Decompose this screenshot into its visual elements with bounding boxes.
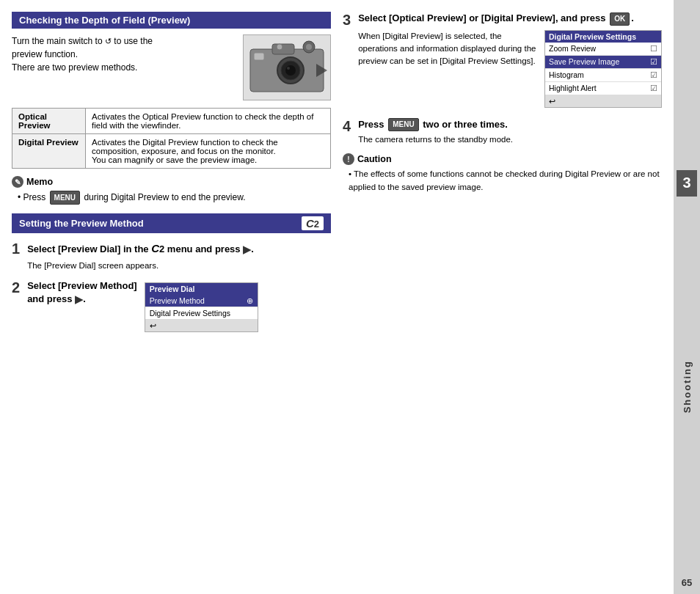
sidebar-number: 3 bbox=[677, 170, 697, 197]
memo-section: ✎ Memo • Press MENU during Digital Previ… bbox=[12, 176, 331, 205]
section1-header: Checking the Depth of Field (Preview) bbox=[12, 12, 331, 29]
dial-row-label-2: Digital Preview Settings bbox=[150, 309, 230, 318]
step3-number: 3 bbox=[343, 12, 351, 28]
camera-image bbox=[243, 34, 331, 100]
memo-text: during Digital Preview to end the previe… bbox=[84, 192, 245, 202]
preview-table: Optical Preview Activates the Optical Pr… bbox=[12, 108, 331, 169]
intro-line3: preview function. bbox=[12, 48, 236, 61]
sidebar-label: Shooting bbox=[682, 360, 693, 413]
intro-line2: to use the bbox=[114, 36, 153, 46]
memo-press: Press bbox=[23, 192, 46, 202]
ok-button: OK bbox=[610, 12, 630, 26]
step3-title: Select [Optical Preview] or [Digital Pre… bbox=[358, 12, 662, 26]
step4-content: Press MENU two or three times. The camer… bbox=[358, 118, 513, 147]
dp-row-label-4: Highlight Alert bbox=[549, 84, 597, 92]
dp-row-label-1: Zoom Review bbox=[549, 44, 596, 53]
dp-check-1: ☐ bbox=[650, 44, 657, 54]
dp-row-label-3: Histogram bbox=[549, 70, 584, 79]
preview-dial-header: Preview Dial bbox=[145, 283, 258, 295]
memo-title: ✎ Memo bbox=[12, 176, 331, 188]
table-cell-label-1: Optical Preview bbox=[12, 109, 86, 134]
step2-title-text: Select [Preview Method] bbox=[27, 280, 137, 291]
right-column: 3 Select [Optical Preview] or [Digital P… bbox=[343, 12, 662, 340]
c2-letter: C bbox=[306, 217, 314, 230]
page-number: 65 bbox=[682, 577, 692, 588]
refresh-icon: ↺ bbox=[105, 35, 112, 48]
step4-number: 4 bbox=[343, 118, 351, 134]
step3-desc: When [Digital Preview] is selected, the … bbox=[358, 30, 539, 108]
intro-line4: There are two preview methods. bbox=[12, 61, 236, 74]
intro-area: Turn the main switch to ↺ to use the pre… bbox=[12, 34, 331, 100]
step4-title2: two or three times. bbox=[423, 119, 508, 130]
dp-settings-header: Digital Preview Settings bbox=[545, 31, 661, 43]
preview-dial-row-1: Preview Method ⊕ bbox=[145, 295, 258, 307]
memo-label: Memo bbox=[26, 177, 53, 187]
c2-badge: C2 bbox=[302, 216, 324, 230]
intro-line1: Turn the main switch to bbox=[12, 36, 103, 46]
dp-check-2: ☑ bbox=[650, 57, 657, 67]
preview-dial-box: Preview Dial Preview Method ⊕ Digital Pr… bbox=[145, 282, 258, 332]
caution-bullet: • The effects of some functions cannot b… bbox=[349, 168, 662, 194]
main-content: Checking the Depth of Field (Preview) Tu… bbox=[0, 0, 674, 594]
table-cell-desc-2: Activates the Digital Preview function t… bbox=[86, 134, 331, 169]
dp-settings-row-1: Zoom Review ☐ bbox=[545, 43, 661, 56]
memo-icon: ✎ bbox=[12, 176, 23, 188]
dial-row-label-1: Preview Method bbox=[150, 296, 205, 305]
svg-point-7 bbox=[277, 44, 282, 50]
step1-number: 1 bbox=[12, 241, 20, 257]
left-column: Checking the Depth of Field (Preview) Tu… bbox=[12, 12, 331, 340]
step2-with-image: Select [Preview Method] and press ▶. Pre… bbox=[27, 279, 258, 332]
intro-para1: Turn the main switch to ↺ to use the bbox=[12, 34, 236, 48]
svg-point-5 bbox=[287, 67, 290, 70]
step2-title2: and press ▶. bbox=[27, 293, 86, 304]
dp-settings-row-3: Histogram ☑ bbox=[545, 69, 661, 82]
step4-menu-key: MENU bbox=[388, 118, 418, 131]
dp-settings-row-2: Save Preview Image ☑ bbox=[545, 56, 661, 69]
step1-desc: The [Preview Dial] screen appears. bbox=[27, 260, 254, 272]
step4-title: Press MENU two or three times. bbox=[358, 118, 513, 132]
dp-settings-box: Digital Preview Settings Zoom Review ☐ S… bbox=[544, 30, 662, 108]
step1-content: Select [Preview Dial] in the C2 menu and… bbox=[27, 241, 254, 272]
svg-point-9 bbox=[306, 44, 312, 50]
section1-title: Checking the Depth of Field (Preview) bbox=[19, 15, 190, 26]
step4-desc: The camera returns to the standby mode. bbox=[358, 133, 513, 146]
step2-title: Select [Preview Method] and press ▶. bbox=[27, 279, 137, 307]
dp-settings-row-4: Highlight Alert ☑ bbox=[545, 82, 661, 95]
dp-row-label-2: Save Preview Image bbox=[549, 57, 619, 66]
dp-check-3: ☑ bbox=[650, 70, 657, 80]
preview-dial-row-2: Digital Preview Settings bbox=[145, 307, 258, 320]
step2: 2 Select [Preview Method] and press ▶. bbox=[12, 279, 331, 332]
arrow-right-icon2: ▶ bbox=[75, 293, 83, 307]
dp-footer: ↩ bbox=[545, 95, 661, 107]
dial-back-icon: ↩ bbox=[150, 321, 156, 330]
section2-title: Setting the Preview Method bbox=[19, 218, 144, 229]
caution-icon: ! bbox=[343, 153, 354, 165]
memo-bullet: • Press MENU during Digital Preview to e… bbox=[18, 191, 331, 205]
c2-inline: C bbox=[151, 242, 159, 254]
table-cell-desc-1: Activates the Optical Preview function t… bbox=[86, 109, 331, 134]
step3: 3 Select [Optical Preview] or [Digital P… bbox=[343, 12, 662, 108]
dial-row-icon-1: ⊕ bbox=[247, 296, 253, 305]
step1: 1 Select [Preview Dial] in the C2 menu a… bbox=[12, 241, 331, 272]
step4-title-text: Press bbox=[358, 119, 384, 130]
caution-text: The effects of some functions cannot be … bbox=[349, 169, 660, 191]
step3-content: Select [Optical Preview] or [Digital Pre… bbox=[358, 12, 662, 108]
step2-text: Select [Preview Method] and press ▶. bbox=[27, 279, 137, 309]
table-row: Optical Preview Activates the Optical Pr… bbox=[12, 109, 331, 134]
step1-title: Select [Preview Dial] in the C2 menu and… bbox=[27, 241, 254, 257]
menu-key-button: MENU bbox=[50, 191, 80, 205]
svg-rect-6 bbox=[254, 53, 264, 60]
intro-text: Turn the main switch to ↺ to use the pre… bbox=[12, 34, 236, 100]
step3-title-text: Select [Optical Preview] or [Digital Pre… bbox=[358, 12, 605, 23]
svg-rect-1 bbox=[272, 44, 294, 54]
table-row: Digital Preview Activates the Digital Pr… bbox=[12, 134, 331, 169]
caution-label: Caution bbox=[357, 154, 392, 164]
caution-section: ! Caution • The effects of some function… bbox=[343, 153, 662, 194]
step4: 4 Press MENU two or three times. The cam… bbox=[343, 118, 662, 147]
step2-content: Select [Preview Method] and press ▶. Pre… bbox=[27, 279, 258, 332]
section2-header: Setting the Preview Method C2 bbox=[12, 213, 331, 233]
step3-body: When [Digital Preview] is selected, the … bbox=[358, 30, 662, 108]
camera-svg bbox=[247, 38, 327, 97]
arrow-right-icon: ▶ bbox=[243, 243, 251, 257]
dp-back-icon: ↩ bbox=[549, 97, 555, 106]
